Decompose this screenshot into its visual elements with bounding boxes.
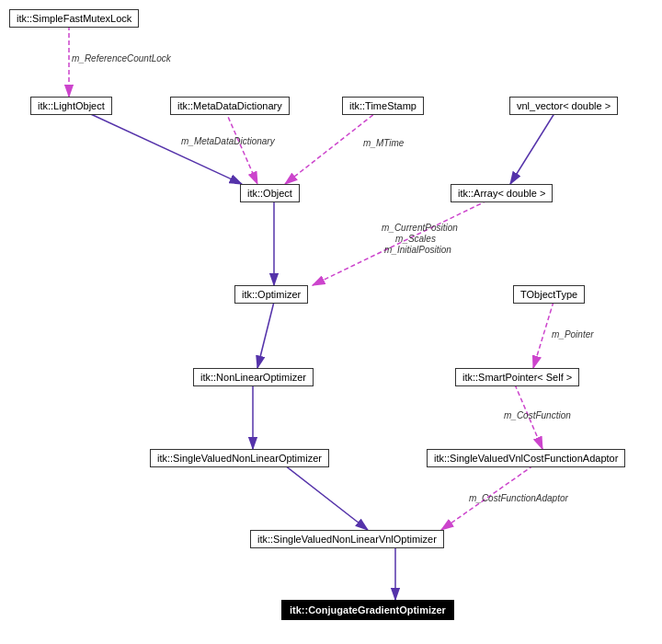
- node-singlevaluedvnlcostfunctionadaptor: itk::SingleValuedVnlCostFunctionAdaptor: [427, 449, 625, 467]
- node-singlevaluednonlinearoptimizer: itk::SingleValuedNonLinearOptimizer: [150, 449, 329, 467]
- node-vnlvector: vnl_vector< double >: [509, 97, 618, 115]
- svg-line-11: [533, 302, 554, 368]
- diagram-container: itk::SimpleFastMutexLock itk::LightObjec…: [0, 0, 662, 644]
- svg-line-14: [285, 466, 368, 530]
- node-itkobject: itk::Object: [240, 184, 300, 202]
- label-minitialposition: m_InitialPosition: [384, 245, 451, 255]
- node-timestamp: itk::TimeStamp: [342, 97, 424, 115]
- node-smartpointer: itk::SmartPointer< Self >: [455, 368, 579, 386]
- label-mpointer: m_Pointer: [552, 329, 594, 339]
- svg-line-7: [510, 110, 556, 184]
- label-mcostfunctionadaptor: m_CostFunctionAdaptor: [469, 493, 568, 503]
- node-conjugategradientoptimizer: itk::ConjugateGradientOptimizer: [281, 600, 454, 620]
- label-mmetadatadictionary: m_MetaDataDictionary: [181, 136, 275, 146]
- node-nonlinearoptimizer: itk::NonLinearOptimizer: [193, 368, 314, 386]
- node-singlevaluednonlinearvnloptimizer: itk::SingleValuedNonLinearVnlOptimizer: [250, 530, 444, 548]
- node-simplefastmutexlock: itk::SimpleFastMutexLock: [9, 9, 139, 28]
- node-tobjecttype: TObjectType: [513, 285, 585, 304]
- label-mcostfunction: m_CostFunction: [504, 410, 571, 420]
- label-mmtime: m_MTime: [363, 138, 404, 148]
- svg-line-5: [225, 110, 257, 184]
- node-itkarray: itk::Array< double >: [451, 184, 553, 202]
- svg-line-4: [83, 110, 242, 184]
- svg-line-10: [257, 302, 274, 368]
- node-itkoptimizer: itk::Optimizer: [234, 285, 308, 304]
- label-mscales: m_Scales: [395, 234, 436, 244]
- node-lightobject: itk::LightObject: [30, 97, 112, 115]
- label-mreferencecount: m_ReferenceCountLock: [72, 53, 171, 63]
- label-mcurrentposition: m_CurrentPosition: [382, 223, 458, 233]
- node-metadatadictionary: itk::MetaDataDictionary: [170, 97, 290, 115]
